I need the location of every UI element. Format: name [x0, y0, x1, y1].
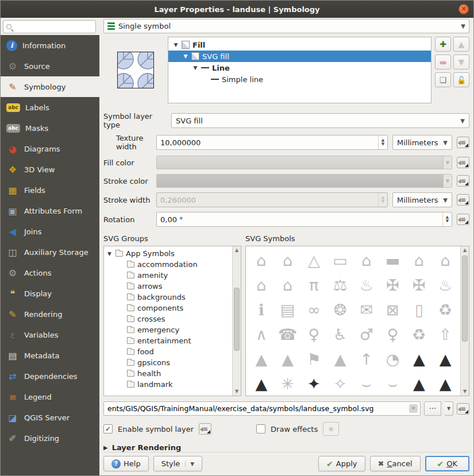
- svg-symbol-book-icon[interactable]: ▤: [275, 298, 301, 322]
- svg-symbol-north-arrow-ornate-icon[interactable]: ▲: [406, 347, 433, 371]
- svg-path-override-button[interactable]: ≡: [457, 403, 469, 415]
- browse-svg-button[interactable]: ...: [424, 401, 441, 416]
- rotation-override-button[interactable]: ≡: [457, 214, 469, 225]
- svg-symbol-clock-icon[interactable]: ◔: [380, 347, 406, 371]
- expander-icon[interactable]: ▼: [192, 65, 198, 71]
- svg-symbol-police-badge-icon[interactable]: ❂: [327, 298, 353, 322]
- layer-rendering-group[interactable]: ▶ Layer Rendering: [103, 443, 469, 452]
- sidebar-item-dependencies[interactable]: ⇄Dependencies: [1, 366, 99, 386]
- ok-button[interactable]: ✔ OK: [425, 456, 470, 471]
- svg-symbol-envelope-circle-icon[interactable]: ⊠: [380, 298, 406, 322]
- close-icon[interactable]: ✕: [458, 4, 469, 14]
- sidebar-item-metadata[interactable]: ▤Metadata: [1, 345, 99, 366]
- scrollbar-thumb[interactable]: [234, 288, 240, 351]
- svg-symbols-scrollbar[interactable]: ▲ ▼: [460, 246, 469, 396]
- svg-symbol-bridge-dashed-icon[interactable]: ⌣: [353, 372, 380, 396]
- stroke-color-button[interactable]: ▼: [156, 174, 452, 188]
- svg-symbol-survey-tripod-icon[interactable]: ∧: [248, 323, 275, 346]
- rotation-input[interactable]: [157, 212, 442, 226]
- svg-symbol-arrow-dart-icon[interactable]: ▲: [327, 347, 353, 371]
- stroke-width-unit-select[interactable]: Millimeters ▼: [392, 192, 452, 207]
- scrollbar-thumb[interactable]: [462, 256, 468, 342]
- sidebar-item-attributes-form[interactable]: ▣Attributes Form: [1, 200, 99, 221]
- symbol-tree-row-simple-line[interactable]: Simple line: [168, 73, 431, 85]
- chevron-down-icon[interactable]: ▼: [443, 156, 452, 169]
- sidebar-item-auxiliary-storage[interactable]: ◫Auxiliary Storage: [1, 242, 99, 262]
- svg-symbol-north-arrow-icon[interactable]: ▲: [432, 347, 458, 371]
- svg-group-accommodation[interactable]: accommodation: [104, 259, 241, 270]
- svg-group-emergency[interactable]: emergency: [104, 324, 241, 335]
- move-up-button[interactable]: ▲: [453, 37, 469, 52]
- svg-symbol-shelter-hiker-icon[interactable]: ⌂: [248, 249, 275, 272]
- svg-symbol-telephone-icon[interactable]: ☎: [275, 323, 301, 346]
- sidebar-item-display[interactable]: ❝Display: [1, 283, 99, 304]
- symbol-tree-row-fill[interactable]: ▼Fill: [168, 39, 431, 51]
- sidebar-item-information[interactable]: iInformation: [1, 35, 99, 56]
- sidebar-item-rendering[interactable]: ✎Rendering: [1, 304, 99, 324]
- svg-groups-scrollbar[interactable]: ▲ ▼: [232, 246, 241, 396]
- svg-symbol-arrow-thin-icon[interactable]: ↑: [353, 347, 380, 371]
- svg-symbol-wheelchair-wc-icon[interactable]: ♿: [327, 323, 353, 346]
- svg-symbol-women-wc-icon[interactable]: ♀: [380, 323, 406, 346]
- help-button[interactable]: ? Help: [103, 456, 149, 471]
- svg-symbol-flag-pole-icon[interactable]: ⚑: [301, 347, 327, 371]
- expander-icon[interactable]: ▼: [107, 251, 113, 257]
- svg-symbol-compass-small-icon[interactable]: ✧: [327, 372, 353, 396]
- texture-width-unit-select[interactable]: Millimeters ▼: [392, 135, 452, 150]
- svg-symbol-recycle-icon[interactable]: ♻: [432, 298, 458, 322]
- sidebar-item-3d-view[interactable]: ❖3D View: [1, 159, 99, 180]
- svg-group-landmark[interactable]: landmark: [104, 379, 241, 390]
- svg-symbol-litter-bin-icon[interactable]: ♻: [406, 323, 433, 346]
- svg-symbol-hotel-bed-icon[interactable]: ▬: [380, 249, 406, 272]
- svg-group-amenity[interactable]: amenity: [104, 270, 241, 281]
- svg-symbol-bridge-dashed-2-icon[interactable]: ⌣: [380, 372, 406, 396]
- texture-width-input[interactable]: [157, 136, 378, 149]
- svg-symbol-scales-of-justice-icon[interactable]: ⚖: [327, 273, 353, 297]
- svg-symbol-handcuffs-icon[interactable]: ∞: [301, 298, 327, 322]
- sidebar-item-actions[interactable]: ⚙Actions: [1, 262, 99, 283]
- lock-colors-button[interactable]: 🔓: [453, 72, 469, 87]
- renderer-type-select[interactable]: Single symbol ▼: [103, 19, 469, 33]
- svg-symbol-toilets-icon[interactable]: ♀: [301, 323, 327, 346]
- move-down-button[interactable]: ▼: [453, 55, 469, 69]
- scroll-up-icon[interactable]: ▲: [233, 246, 241, 254]
- svg-symbol-star-4point-icon[interactable]: ✦: [301, 372, 327, 396]
- sidebar-item-diagrams[interactable]: ◕Diagrams: [1, 138, 99, 159]
- scroll-down-icon[interactable]: ▼: [461, 388, 469, 396]
- stroke-color-override-button[interactable]: ≡: [457, 175, 469, 187]
- apply-button[interactable]: ✔ Apply: [318, 456, 365, 471]
- fill-color-button[interactable]: ▼: [156, 156, 452, 169]
- svg-symbol-bench-icon[interactable]: π: [301, 273, 327, 297]
- svg-group-food[interactable]: food: [104, 346, 241, 357]
- enable-symbol-layer-override-button[interactable]: ≡: [199, 423, 211, 435]
- svg-symbol-men-wc-icon[interactable]: ♂: [353, 323, 380, 346]
- svg-symbol-rain-shelter-icon[interactable]: ⌂: [432, 249, 458, 272]
- svg-symbol-tepee-icon[interactable]: △: [301, 249, 327, 272]
- sidebar-item-legend[interactable]: ≡Legend: [1, 386, 99, 407]
- svg-symbol-bed-and-breakfast-icon[interactable]: ⌂: [275, 249, 301, 272]
- svg-group-health[interactable]: health: [104, 368, 241, 379]
- svg-symbol-elevator-icon[interactable]: ▯: [406, 298, 433, 322]
- symbol-tree-row-line[interactable]: ▼Line: [168, 62, 431, 73]
- clear-path-icon[interactable]: ✕: [409, 404, 418, 413]
- svg-group-arrows[interactable]: arrows: [104, 281, 241, 292]
- svg-group-entertainment[interactable]: entertainment: [104, 335, 241, 346]
- sidebar-item-variables[interactable]: εVariables: [1, 324, 99, 345]
- svg-symbol-fire-emblem-2-icon[interactable]: ✠: [406, 273, 433, 297]
- enable-symbol-layer-checkbox[interactable]: ✓: [103, 424, 113, 434]
- svg-symbol-fountain-icon[interactable]: ♨: [432, 273, 458, 297]
- svg-group-backgrounds[interactable]: backgrounds: [104, 292, 241, 303]
- svg-group-components[interactable]: components: [104, 303, 241, 314]
- browse-dropdown-icon[interactable]: ▼: [445, 401, 453, 416]
- fill-color-override-button[interactable]: ≡: [457, 157, 469, 168]
- sidebar-item-labels[interactable]: abcLabels: [1, 97, 99, 118]
- svg-symbol-caravan-icon[interactable]: ▭: [327, 249, 353, 272]
- svg-symbol-chalet-icon[interactable]: ⌂: [275, 273, 301, 297]
- svg-symbol-fire-emblem-icon[interactable]: ✠: [380, 273, 406, 297]
- svg-symbol-north-arrow-n-icon[interactable]: ▲: [248, 372, 275, 396]
- svg-path-input[interactable]: [107, 404, 409, 413]
- add-symbol-layer-button[interactable]: ✚: [435, 37, 451, 52]
- sidebar-item-digitizing[interactable]: ✐Digitizing: [1, 428, 99, 448]
- svg-symbol-flame-icon[interactable]: ♨: [353, 273, 380, 297]
- svg-group-crosses[interactable]: crosses: [104, 314, 241, 324]
